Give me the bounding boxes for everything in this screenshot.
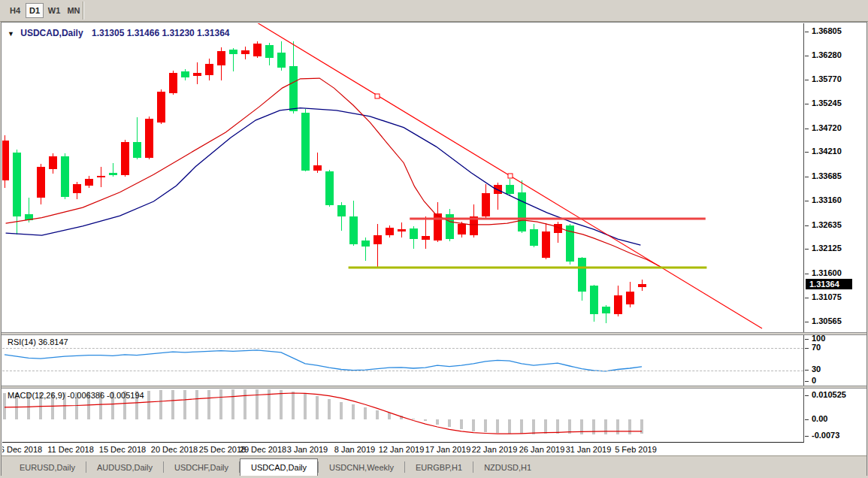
macd-histogram-bar xyxy=(147,391,150,419)
timeframe-toolbar: H4D1W1MN xyxy=(0,0,868,22)
price-scale[interactable]: 1.368051.362801.357701.352451.347201.342… xyxy=(805,23,866,443)
candle-body xyxy=(337,205,346,216)
candle-body xyxy=(85,179,93,186)
overlays-layer xyxy=(2,23,804,332)
price-axis-label: 1.35770 xyxy=(812,74,842,83)
candle-body xyxy=(410,228,418,239)
trendline-handle[interactable] xyxy=(375,94,380,98)
rsi-panel[interactable] xyxy=(2,335,804,386)
macd-histogram-bar xyxy=(580,419,583,434)
tab-audusd-daily[interactable]: AUDUSD,Daily xyxy=(86,460,163,476)
price-axis-label: 1.36280 xyxy=(812,50,842,59)
timeframe-button-w1[interactable]: W1 xyxy=(45,3,63,18)
symbol-dropdown-icon[interactable]: ▼ xyxy=(8,30,14,38)
macd-histogram-bar xyxy=(592,419,595,434)
timeframe-button-mn[interactable]: MN xyxy=(65,3,83,18)
candle-body xyxy=(349,216,358,244)
date-axis-label: 11 Dec 2018 xyxy=(47,445,94,454)
candle-body xyxy=(542,231,550,258)
toolbar-separator xyxy=(83,2,84,20)
macd-histogram-bar xyxy=(412,419,415,420)
main-rsi-splitter[interactable] xyxy=(2,332,866,335)
date-axis-label: 17 Jan 2019 xyxy=(425,445,471,454)
candle-body xyxy=(482,193,490,216)
rsi-level-30 xyxy=(2,371,803,371)
macd-histogram-bar xyxy=(448,419,451,427)
macd-histogram-bar xyxy=(364,407,367,419)
chart-symbol-label: USDCAD,Daily xyxy=(20,28,83,38)
price-axis-label: 1.30565 xyxy=(812,316,842,325)
price-axis-label-tick xyxy=(805,32,809,32)
current-price-tag: 1.31364 xyxy=(806,279,852,289)
price-axis-label-tick xyxy=(805,177,809,177)
date-axis-label: 5 Feb 2019 xyxy=(615,445,657,454)
candle-body xyxy=(121,142,129,175)
macd-histogram-bar xyxy=(219,389,222,419)
price-axis-label-tick xyxy=(805,104,809,104)
candle-body xyxy=(518,192,526,232)
tab-nzdusd-h1[interactable]: NZDUSD,H1 xyxy=(473,460,542,476)
macd-histogram-bar xyxy=(352,404,355,419)
macd-histogram-bar xyxy=(640,419,643,434)
date-axis-label: 20 Dec 2018 xyxy=(151,445,198,454)
macd-axis-label-tick xyxy=(805,419,809,420)
macd-histogram-bar xyxy=(268,389,271,419)
tab-usdcad-daily[interactable]: USDCAD,Daily xyxy=(240,458,318,476)
candle-body xyxy=(61,156,69,197)
macd-histogram-bar xyxy=(520,419,523,434)
tab-usdchf-daily[interactable]: USDCHF,Daily xyxy=(164,460,239,476)
candle-body xyxy=(434,213,442,241)
price-axis-label: 1.32125 xyxy=(812,244,842,253)
candle-body xyxy=(638,284,646,287)
main-chart-plot[interactable] xyxy=(2,23,804,332)
macd-histogram-bar xyxy=(388,413,391,419)
date-axis-label: 6 Dec 2018 xyxy=(2,445,42,454)
macd-histogram-bar xyxy=(568,419,571,434)
price-axis-label: 1.33160 xyxy=(812,195,842,204)
rsi-level-70 xyxy=(2,348,803,349)
macd-histogram-bar xyxy=(171,390,174,419)
timeframe-button-h4[interactable]: H4 xyxy=(6,3,24,18)
macd-histogram-bar xyxy=(243,389,246,419)
candle-body xyxy=(590,286,598,314)
macd-axis-label: 0.00 xyxy=(812,414,827,423)
date-axis-label: 8 Jan 2019 xyxy=(334,445,375,454)
macd-histogram-bar xyxy=(532,419,535,434)
macd-histogram-bar xyxy=(508,419,511,434)
date-axis[interactable]: 6 Dec 201811 Dec 201815 Dec 201820 Dec 2… xyxy=(2,443,866,455)
tab-usdcnh-weekly[interactable]: USDCNH,Weekly xyxy=(319,460,404,476)
price-axis-label: 1.34720 xyxy=(812,123,842,132)
candle-body xyxy=(241,50,250,54)
chart-ohlc-values: 1.31305 1.31466 1.31230 1.31364 xyxy=(92,28,230,38)
candle-body xyxy=(301,113,310,171)
macd-histogram-bar xyxy=(328,399,331,419)
candle-body xyxy=(325,171,334,205)
tab-eurusd-daily[interactable]: EURUSD,Daily xyxy=(9,460,86,476)
tab-eurgbp-h1[interactable]: EURGBP,H1 xyxy=(405,460,473,476)
candle-body xyxy=(374,235,382,244)
candle-body xyxy=(614,295,622,314)
price-axis-label: 1.31075 xyxy=(812,292,842,301)
rsi-line xyxy=(5,350,642,371)
chart-title: ▼ USDCAD,Daily 1.31305 1.31466 1.31230 1… xyxy=(8,28,229,38)
date-axis-label: 3 Jan 2019 xyxy=(287,445,328,454)
trendline-handle[interactable] xyxy=(508,174,513,178)
candle-wick xyxy=(377,224,378,267)
candle-body xyxy=(626,292,634,304)
candle-body xyxy=(566,225,574,262)
price-axis-label-tick xyxy=(805,249,809,250)
candle-body xyxy=(2,141,9,180)
candle-body xyxy=(193,73,201,76)
candle-body xyxy=(398,229,406,231)
candle-body xyxy=(145,119,153,158)
candle-body xyxy=(169,73,177,93)
macd-histogram-bar xyxy=(616,419,619,434)
candle-body xyxy=(470,216,478,235)
macd-histogram-bar xyxy=(604,419,607,434)
rsi-axis-label: 30 xyxy=(812,365,821,374)
timeframe-button-d1[interactable]: D1 xyxy=(26,3,44,18)
candle-body xyxy=(578,258,586,292)
macd-axis-label-tick xyxy=(805,436,809,437)
price-axis-label-tick xyxy=(805,56,809,56)
rsi-macd-splitter[interactable] xyxy=(2,386,866,389)
